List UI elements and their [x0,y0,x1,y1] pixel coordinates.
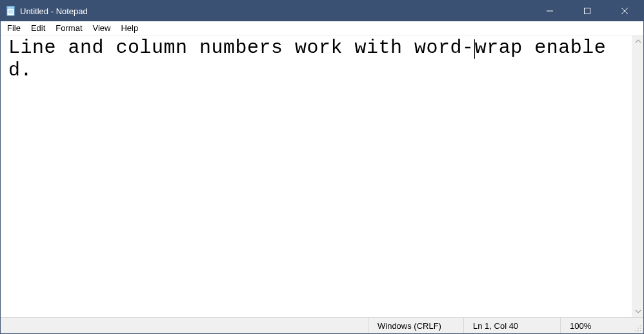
maximize-button[interactable] [569,1,606,21]
scroll-down-icon[interactable] [632,306,644,317]
window-title: Untitled - Notepad [20,6,531,16]
text-caret [474,39,475,59]
close-button[interactable] [606,1,643,21]
status-spacer [1,318,368,333]
svg-rect-6 [585,8,590,14]
minimize-button[interactable] [531,1,569,21]
menu-edit[interactable]: Edit [26,22,50,34]
text-area[interactable]: Line and column numbers work with word-w… [1,35,632,317]
menubar: File Edit Format View Help [1,21,643,35]
status-cursor-position: Ln 1, Col 40 [464,318,561,333]
menu-view[interactable]: View [88,22,116,34]
resize-grip[interactable] [632,318,643,333]
status-zoom: 100% [561,318,632,333]
svg-point-10 [638,328,639,329]
text-before-caret: Line and column numbers work with word- [8,37,474,59]
svg-point-13 [638,330,639,331]
menu-file[interactable]: File [2,22,26,34]
notepad-icon [6,6,16,16]
svg-point-14 [640,330,641,331]
titlebar[interactable]: Untitled - Notepad [1,1,643,21]
status-line-ending: Windows (CRLF) [368,318,464,333]
svg-point-12 [635,330,636,331]
window-controls [531,1,643,21]
svg-rect-1 [7,6,14,8]
menu-help[interactable]: Help [116,22,143,34]
notepad-window: Untitled - Notepad File Edit Format View… [1,1,643,333]
menu-format[interactable]: Format [50,22,87,34]
svg-point-9 [640,325,641,326]
statusbar: Windows (CRLF) Ln 1, Col 40 100% [1,317,643,333]
vertical-scrollbar[interactable] [632,35,643,317]
editor-container: Line and column numbers work with word-w… [1,35,643,317]
scroll-up-icon[interactable] [632,35,644,47]
svg-point-11 [640,328,641,329]
